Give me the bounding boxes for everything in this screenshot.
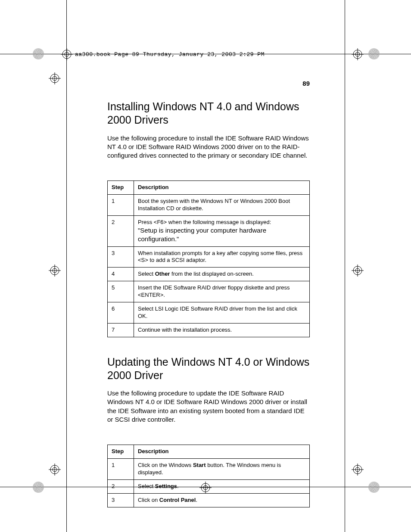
texture-ball-icon <box>368 48 380 59</box>
crop-mark-icon <box>352 48 364 60</box>
crop-mark-icon <box>61 48 73 60</box>
texture-ball-icon <box>33 48 44 59</box>
crop-mark-icon <box>49 264 61 277</box>
col-header-desc: Description <box>134 181 310 195</box>
table-row: 2 Press <F6> when the following message … <box>108 215 310 246</box>
table-row: 1 Boot the system with the Windows NT or… <box>108 195 310 216</box>
crop-mark-icon <box>352 464 364 476</box>
page-content: 89 Installing Windows NT 4.0 and Windows… <box>107 80 310 526</box>
table-row: 7 Continue with the installation process… <box>108 323 310 337</box>
crop-mark-icon <box>49 72 61 84</box>
col-header-step: Step <box>108 181 134 195</box>
texture-ball-icon <box>33 482 44 493</box>
section1-intro: Use the following procedure to install t… <box>107 134 310 160</box>
table-row: 3 Click on Control Panel. <box>108 493 310 507</box>
page-number: 89 <box>107 80 310 87</box>
texture-ball-icon <box>368 482 380 493</box>
table-row: 3 When installation prompts for a key af… <box>108 246 310 268</box>
section1-table: Step Description 1 Boot the system with … <box>107 180 310 337</box>
table-row: 4 Select Other from the list displayed o… <box>108 268 310 281</box>
col-header-desc: Description <box>134 445 310 459</box>
section2-intro: Use the following procedure to update th… <box>107 389 310 424</box>
table-row: 1 Click on the Windows Start button. The… <box>108 459 310 480</box>
section2-table: Step Description 1 Click on the Windows … <box>107 445 310 507</box>
table-row: 6 Select LSI Logic IDE Software RAID dri… <box>108 302 310 324</box>
section1-heading: Installing Windows NT 4.0 and Windows 20… <box>107 100 310 127</box>
section2-heading: Updating the Windows NT 4.0 or Windows 2… <box>107 355 310 383</box>
framemaker-header: aa300.book Page 89 Thursday, January 23,… <box>75 51 265 58</box>
table-row: 2 Select Settings. <box>108 479 310 493</box>
crop-mark-icon <box>49 464 61 476</box>
table-row: 5 Insert the IDE Software RAID driver fl… <box>108 281 310 302</box>
crop-mark-icon <box>352 264 364 277</box>
col-header-step: Step <box>108 445 134 459</box>
